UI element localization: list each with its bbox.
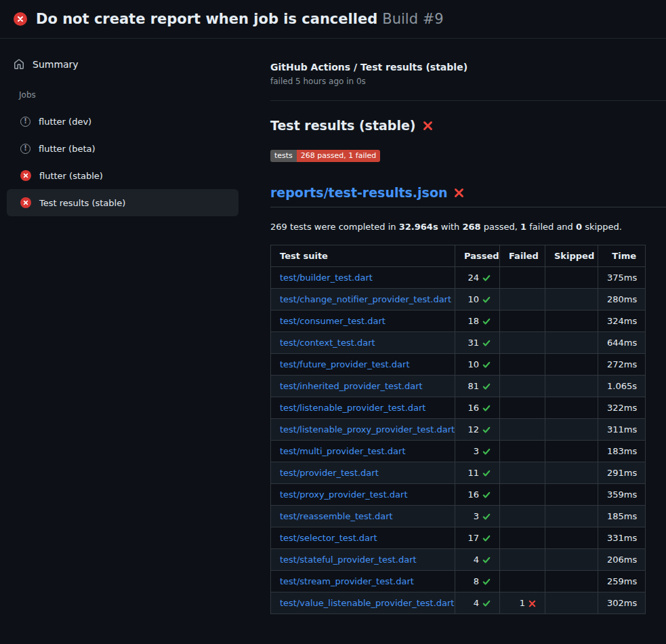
passed-cell: 10 [455, 354, 500, 376]
table-row: test/stateful_provider_test.dart 4 206ms [271, 549, 646, 571]
test-suite-link[interactable]: test/builder_test.dart [280, 273, 373, 283]
passed-cell: 4 [455, 549, 500, 571]
section-divider [270, 100, 666, 101]
tests-badge: tests268 passed, 1 failed [270, 150, 380, 162]
test-summary-line: 269 tests were completed in 32.964s with… [270, 222, 666, 232]
skipped-cell [545, 310, 598, 332]
col-header-skipped: Skipped [545, 245, 598, 267]
test-suite-link[interactable]: test/listenable_proxy_provider_test.dart [280, 424, 455, 435]
failed-cell [500, 484, 545, 506]
time-cell: 375ms [598, 267, 646, 289]
col-header-time: Time [598, 245, 646, 267]
sidebar-item-summary[interactable]: Summary [7, 54, 238, 75]
main-content: GitHub Actions / Test results (stable) f… [270, 39, 666, 644]
table-row: test/listenable_proxy_provider_test.dart… [271, 419, 646, 441]
test-suite-link[interactable]: test/change_notifier_provider_test.dart [280, 294, 451, 304]
test-suite-link[interactable]: test/proxy_provider_test.dart [280, 489, 408, 500]
table-row: test/reassemble_test.dart 3 185ms [271, 506, 646, 527]
table-row: test/stream_provider_test.dart 8 259ms [271, 571, 646, 592]
skipped-cell [545, 462, 598, 484]
sidebar-summary-label: Summary [33, 59, 79, 70]
passed-cell: 3 [455, 441, 500, 462]
check-icon [482, 317, 491, 325]
skipped-cell [545, 354, 598, 376]
check-icon [482, 296, 491, 304]
time-cell: 185ms [598, 506, 646, 527]
exclamation-circle-icon: ! [20, 144, 30, 154]
failed-cell [500, 397, 545, 419]
check-icon [482, 491, 491, 499]
skipped-cell [545, 332, 598, 354]
failed-cell: 1 [500, 592, 545, 614]
sidebar-item-flutter-stable[interactable]: flutter (stable) [7, 162, 238, 189]
sidebar-item-test-results-stable[interactable]: Test results (stable) [7, 189, 238, 216]
table-row: test/listenable_provider_test.dart 16 32… [271, 397, 646, 419]
check-run-title-text: Test results (stable) [270, 118, 416, 133]
skipped-cell [545, 289, 598, 310]
check-icon [482, 599, 491, 607]
test-suite-link[interactable]: test/stream_provider_test.dart [280, 576, 414, 586]
home-icon [14, 59, 24, 70]
check-run-title: Test results (stable) [270, 118, 666, 133]
test-suite-link[interactable]: test/stateful_provider_test.dart [280, 555, 417, 565]
time-cell: 259ms [598, 571, 646, 592]
x-icon [454, 188, 464, 198]
test-suite-link[interactable]: test/multi_provider_test.dart [280, 446, 406, 456]
check-icon [482, 534, 491, 542]
failed-cell [500, 376, 545, 397]
sidebar: Summary Jobs ! flutter (dev) ! flutter (… [0, 39, 270, 644]
passed-cell: 16 [455, 484, 500, 506]
breadcrumb: GitHub Actions / Test results (stable) [270, 62, 666, 73]
failed-cell [500, 571, 545, 592]
table-row: test/provider_test.dart 11 291ms [271, 462, 646, 484]
build-failed-icon [14, 12, 27, 26]
time-cell: 291ms [598, 462, 646, 484]
time-cell: 302ms [598, 592, 646, 614]
check-icon [482, 382, 491, 390]
check-icon [482, 274, 491, 282]
test-suite-link[interactable]: test/future_provider_test.dart [280, 359, 409, 369]
test-suite-link[interactable]: test/value_listenable_provider_test.dart [280, 598, 454, 608]
table-row: test/consumer_test.dart 18 324ms [271, 310, 646, 332]
check-icon [482, 361, 491, 369]
check-icon [482, 339, 491, 347]
skipped-cell [545, 592, 598, 614]
check-icon [482, 404, 491, 412]
test-suite-link[interactable]: test/consumer_test.dart [280, 316, 386, 326]
test-suite-link[interactable]: test/listenable_provider_test.dart [280, 403, 425, 413]
failed-cell [500, 462, 545, 484]
passed-cell: 81 [455, 376, 500, 397]
skipped-cell [545, 527, 598, 549]
table-row: test/builder_test.dart 24 375ms [271, 267, 646, 289]
skipped-cell [545, 376, 598, 397]
table-row: test/selector_test.dart 17 331ms [271, 527, 646, 549]
time-cell: 272ms [598, 354, 646, 376]
failed-cell [500, 527, 545, 549]
test-suite-link[interactable]: test/inherited_provider_test.dart [280, 381, 423, 391]
x-circle-icon [20, 197, 31, 208]
failed-cell [500, 549, 545, 571]
time-cell: 331ms [598, 527, 646, 549]
test-suite-link[interactable]: test/reassemble_test.dart [280, 511, 393, 521]
check-icon [482, 556, 491, 564]
table-row: test/change_notifier_provider_test.dart … [271, 289, 646, 310]
test-suite-link[interactable]: test/selector_test.dart [280, 533, 377, 543]
test-suite-link[interactable]: test/context_test.dart [280, 338, 375, 348]
passed-cell: 3 [455, 506, 500, 527]
test-suite-link[interactable]: test/provider_test.dart [280, 468, 379, 478]
time-cell: 324ms [598, 310, 646, 332]
table-row: test/multi_provider_test.dart 3 183ms [271, 441, 646, 462]
skipped-cell [545, 267, 598, 289]
skipped-cell [545, 571, 598, 592]
sidebar-item-flutter-dev[interactable]: ! flutter (dev) [7, 108, 238, 135]
time-cell: 311ms [598, 419, 646, 441]
sidebar-item-flutter-beta[interactable]: ! flutter (beta) [7, 135, 238, 162]
table-row: test/value_listenable_provider_test.dart… [271, 592, 646, 614]
check-icon [482, 426, 491, 434]
report-link[interactable]: reports/test-results.json [270, 185, 447, 200]
passed-cell: 31 [455, 332, 500, 354]
passed-cell: 24 [455, 267, 500, 289]
passed-cell: 10 [455, 289, 500, 310]
passed-cell: 17 [455, 527, 500, 549]
passed-cell: 16 [455, 397, 500, 419]
